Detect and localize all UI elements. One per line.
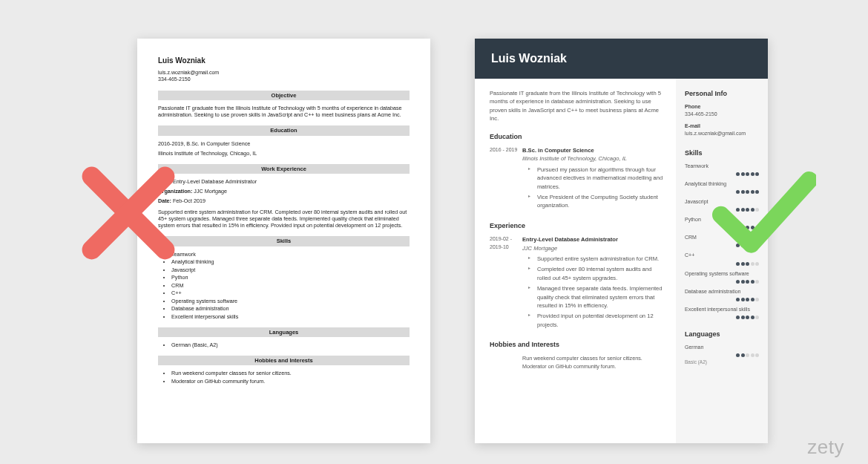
list-item: Provided input on potential development …: [531, 312, 664, 329]
list-item: Excellent interpersonal skills: [171, 313, 410, 320]
list-item: Analytical thinking: [171, 258, 410, 265]
phone: 334-465-2150: [158, 76, 410, 83]
language-item: GermanBasic (A2): [685, 344, 759, 366]
languages-list: German (Basic, A2): [158, 342, 410, 348]
date: Date: Feb-Oct 2019: [158, 197, 410, 204]
list-item: Supported entire system administration f…: [531, 255, 664, 263]
list-item: Teamwork: [171, 251, 410, 258]
skill-name: Database administration: [685, 288, 759, 295]
summary: Passionate IT graduate from the Illinois…: [490, 89, 664, 123]
heading-experience: Experience: [490, 221, 664, 232]
organization: Organization: JJC Mortgage: [158, 188, 410, 195]
exp-bullets: Supported entire system administration f…: [522, 255, 664, 329]
list-item: Javascript: [171, 267, 410, 273]
section-objective: Objective: [158, 91, 410, 100]
check-mark-icon: [712, 165, 816, 261]
list-item: Pursued my passion for algorithms throug…: [531, 166, 664, 191]
skill-item: Operating systems software: [685, 270, 759, 284]
work-text: Supported entire system administration f…: [158, 209, 410, 229]
section-skills: Skills: [158, 236, 410, 246]
skill-name: Excellent interpersonal skills: [685, 306, 759, 313]
post: Post: Entry-Level Database Administrator: [158, 178, 410, 185]
list-item: Operating systems software: [171, 298, 410, 304]
name: Luis Wozniak: [158, 56, 410, 66]
exp-dates: 2019-02 - 2019-10: [490, 235, 522, 331]
list-item: Python: [171, 274, 410, 281]
header-name: Luis Wozniak: [475, 39, 768, 79]
objective-text: Passionate IT graduate from the Illinois…: [158, 105, 410, 118]
edu-org: Illinois Institute of Technology, Chicag…: [522, 154, 664, 163]
edu-line1: 2016-2019, B.Sc. in Computer Science: [158, 140, 410, 147]
list-item: Database administration: [171, 305, 410, 312]
skill-item: Database administration: [685, 288, 759, 301]
x-mark-icon: [80, 165, 177, 261]
exp-org: JJC Mortgage: [522, 244, 664, 252]
heading-personal: Personal Info: [685, 89, 759, 99]
language-name: German: [685, 344, 759, 351]
heading-hobbies: Hobbies and Interests: [490, 340, 664, 350]
heading-education: Education: [490, 132, 664, 143]
email-label: E-mail: [685, 122, 759, 130]
hobby-line: Run weekend computer classes for senior …: [522, 355, 664, 363]
phone-value: 334-465-2150: [685, 111, 759, 118]
list-item: Run weekend computer classes for senior …: [171, 370, 410, 376]
resume-bad: Luis Wozniak luis.z.wozniak@gmail.com 33…: [137, 39, 430, 443]
edu-line2: Illinois Institute of Technology, Chicag…: [158, 150, 410, 157]
list-item: German (Basic, A2): [171, 342, 410, 348]
phone-label: Phone: [685, 103, 759, 111]
list-item: Completed over 80 internal system audits…: [531, 265, 664, 282]
hobbies-block: Run weekend computer classes for senior …: [490, 355, 664, 371]
edu-bullets: Pursued my passion for algorithms throug…: [522, 166, 664, 210]
skill-name: Operating systems software: [685, 270, 759, 278]
languages-block: GermanBasic (A2): [685, 344, 759, 366]
list-item: C++: [171, 290, 410, 296]
hobby-line: Moderator on GitHub community forum.: [522, 363, 664, 371]
section-languages: Languages: [158, 327, 410, 337]
edu-title: B.Sc. in Computer Science: [522, 146, 664, 154]
exp-title: Entry-Level Database Administrator: [522, 235, 664, 244]
email-value: luis.z.wozniak@gmail.com: [685, 130, 759, 137]
skills-list: TeamworkAnalytical thinkingJavascriptPyt…: [158, 251, 410, 320]
section-work: Work Experience: [158, 164, 410, 174]
list-item: Vice President of the Computing Society …: [531, 193, 664, 210]
section-hobbies: Hobbies and Interests: [158, 356, 410, 365]
list-item: Moderator on GitHub community forum.: [171, 378, 410, 385]
heading-languages: Languages: [685, 330, 759, 339]
brand-logo: zety: [807, 436, 844, 459]
main-column: Passionate IT graduate from the Illinois…: [475, 79, 676, 443]
list-item: CRM: [171, 282, 410, 289]
skill-item: Excellent interpersonal skills: [685, 306, 759, 319]
language-note: Basic (A2): [685, 359, 759, 365]
email: luis.z.wozniak@gmail.com: [158, 70, 410, 76]
edu-dates: 2016 - 2019: [490, 146, 522, 212]
hobbies-list: Run weekend computer classes for senior …: [158, 370, 410, 385]
heading-skills: Skills: [685, 148, 759, 158]
list-item: Managed three separate data feeds. Imple…: [531, 284, 664, 310]
section-education: Education: [158, 125, 410, 135]
